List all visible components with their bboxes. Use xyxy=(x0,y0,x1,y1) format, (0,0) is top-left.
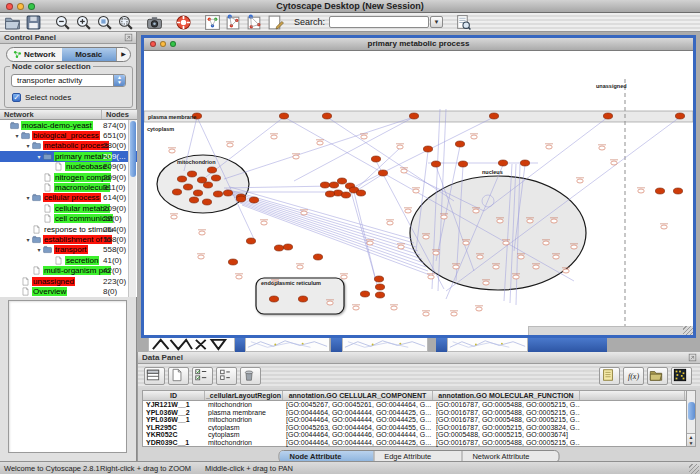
network-canvas[interactable]: plasma membranecytoplasmmitochondrionnuc… xyxy=(144,51,693,335)
table-row[interactable]: YJR121W__1mitochondrion[GO:0045267, GO:0… xyxy=(143,401,687,409)
tree-row-overview[interactable]: Overview8(0) xyxy=(0,286,137,296)
tree-row-transport[interactable]: ▾transport558(0) xyxy=(0,245,137,255)
zoom-button[interactable] xyxy=(28,3,35,10)
table-row[interactable]: YDR039C__1mitochondrion[GO:0044464, GO:0… xyxy=(143,439,687,447)
tree-row-cellular-metabo[interactable]: cellular metabo209(0) xyxy=(0,203,137,213)
search-input[interactable] xyxy=(329,16,429,28)
table-scrollbar-thumb[interactable] xyxy=(688,402,695,420)
float-panel-icon[interactable] xyxy=(124,33,133,42)
expander-arrow-icon[interactable]: ▾ xyxy=(13,132,21,139)
help-lifesaver-icon[interactable] xyxy=(175,14,192,31)
network-window[interactable]: primary metabolic process plasma membran… xyxy=(141,35,696,338)
netwin-minimize-button[interactable] xyxy=(160,41,166,47)
tree-row-count: 264(0) xyxy=(103,225,126,234)
tree-row-metabolic-process[interactable]: ▾metabolic process280(0) xyxy=(0,141,137,151)
tree-row-biological-process[interactable]: ▾biological_process651(0) xyxy=(0,130,137,140)
zoom-out-icon[interactable] xyxy=(54,14,71,31)
zoom-fit-icon[interactable] xyxy=(117,14,134,31)
tree-row-cell-communicat[interactable]: cell communicat22(0) xyxy=(0,214,137,224)
table-header-cell[interactable]: _cellularLayoutRegion xyxy=(205,391,283,400)
table-header-cell[interactable]: annotation.GO MOLECULAR_FUNCTION xyxy=(433,391,580,400)
background-window-edge[interactable] xyxy=(447,338,528,352)
tab-mosaic[interactable]: Mosaic xyxy=(62,48,117,61)
table-scrollbar[interactable]: ▲▼ xyxy=(686,390,696,447)
annotation-pencil-icon[interactable] xyxy=(267,14,284,31)
open-session-icon[interactable] xyxy=(4,14,21,31)
tree-row-response-to-stimulu[interactable]: response to stimulu264(0) xyxy=(0,224,137,234)
table-header-cell[interactable]: ID xyxy=(143,391,205,400)
zoom-in-icon[interactable] xyxy=(75,14,92,31)
snapshot-camera-icon[interactable] xyxy=(146,14,163,31)
background-window-edge[interactable] xyxy=(342,338,428,352)
formula-button[interactable]: f(x) xyxy=(623,367,644,385)
background-window-edge[interactable] xyxy=(235,338,245,352)
zoom-selected-icon[interactable] xyxy=(96,14,113,31)
tree-col-nodes[interactable]: Nodes xyxy=(102,110,129,119)
tree-row-nucleobase-[interactable]: nucleobase-209(0) xyxy=(0,162,137,172)
minimize-button[interactable] xyxy=(17,3,24,10)
table-row[interactable]: YLR295Ccytoplasm[GO:0045263, GO:0044464,… xyxy=(143,424,687,432)
netwin-close-button[interactable] xyxy=(150,41,156,47)
expander-arrow-icon[interactable]: ▾ xyxy=(24,142,32,149)
tree-col-network[interactable]: Network xyxy=(0,110,102,119)
tree-row-nitrogen-compo[interactable]: nitrogen compo209(0) xyxy=(0,172,137,182)
close-button[interactable] xyxy=(6,3,13,10)
window-controls[interactable] xyxy=(6,3,35,10)
table-row[interactable]: YPL036W__1mitochondrion[GO:0044464, GO:0… xyxy=(143,416,687,424)
app-resize-grip-icon[interactable] xyxy=(689,464,699,474)
copy-network-icon[interactable] xyxy=(246,14,263,31)
tree-scrollbar[interactable] xyxy=(128,120,136,297)
tab-network[interactable]: Network xyxy=(7,48,62,61)
expander-arrow-icon[interactable]: ▾ xyxy=(35,153,43,160)
table-row[interactable]: YPL036W__2plasma membrane[GO:0044464, GO… xyxy=(143,409,687,417)
tree-row-label: cellular metabo xyxy=(54,204,110,213)
network-window-titlebar[interactable]: primary metabolic process xyxy=(144,38,693,51)
notes-button[interactable] xyxy=(599,367,620,385)
tree-row-macromolecule[interactable]: macromolecule311(0) xyxy=(0,182,137,192)
delete-attribute-button[interactable] xyxy=(240,367,261,385)
birds-eye-view[interactable] xyxy=(8,300,127,453)
tree-scrollbar-thumb[interactable] xyxy=(130,121,136,177)
matrix-button[interactable] xyxy=(671,367,692,385)
background-window-edge[interactable] xyxy=(528,338,607,352)
select-nodes-checkbox[interactable]: ✓ xyxy=(12,93,21,102)
tree-row-secretion[interactable]: secretion41(0) xyxy=(0,255,137,265)
tree-row-mosaic-demo-yeast[interactable]: mosaic-demo-yeast874(0) xyxy=(0,120,137,130)
attribute-grid-button[interactable] xyxy=(144,367,165,385)
network-tree: mosaic-demo-yeast874(0)▾biological_proce… xyxy=(0,120,137,297)
save-session-icon[interactable] xyxy=(25,14,42,31)
table-header-cell[interactable] xyxy=(580,391,685,400)
delete-attribute-icon xyxy=(242,368,259,385)
background-window-edge[interactable] xyxy=(245,338,330,352)
node-color-dropdown[interactable]: transporter activity ▲▼ xyxy=(11,74,126,87)
table-cell: plasma membrane xyxy=(205,409,283,417)
table-scrollbar-arrows[interactable]: ▲▼ xyxy=(687,433,695,446)
unselect-attributes-button[interactable] xyxy=(216,367,237,385)
expander-arrow-icon[interactable]: ▾ xyxy=(35,246,43,253)
tree-row-cellular-process[interactable]: ▾cellular process614(0) xyxy=(0,193,137,203)
netwin-zoom-button[interactable] xyxy=(170,41,176,47)
vizmapper-icon[interactable] xyxy=(204,14,221,31)
import-attributes-icon[interactable] xyxy=(455,14,472,31)
new-attribute-button[interactable] xyxy=(168,367,189,385)
select-attributes-button[interactable] xyxy=(192,367,213,385)
table-header-cell[interactable]: annotation.GO CELLULAR_COMPONENT xyxy=(283,391,433,400)
resize-grip-icon[interactable] xyxy=(683,326,693,335)
float-data-panel-icon[interactable] xyxy=(688,353,697,362)
tree-row-multi-organism-pro[interactable]: multi-organism pro42(0) xyxy=(0,265,137,275)
table-cell: [GO:0044464, GO:0044444, GO:0044425, G..… xyxy=(283,439,433,447)
expander-arrow-icon[interactable]: ▾ xyxy=(24,236,32,243)
tree-row-establishment-of-lo[interactable]: ▾establishment of lo558(0) xyxy=(0,234,137,244)
first-neighbors-icon[interactable] xyxy=(225,14,242,31)
search-dropdown-arrow[interactable]: ▼ xyxy=(430,16,443,28)
more-tabs-arrow[interactable]: ▶ xyxy=(116,48,130,61)
background-window-edge[interactable] xyxy=(436,338,447,352)
background-window-edge[interactable] xyxy=(331,338,342,352)
tree-row-unassigned[interactable]: unassigned223(0) xyxy=(0,276,137,286)
tree-folder xyxy=(43,245,52,254)
table-row[interactable]: YKR052Ccytoplasm[GO:0044464, GO:0044446,… xyxy=(143,431,687,439)
tree-row-primary-metabo[interactable]: ▾primary metabo209(... xyxy=(0,151,137,161)
open-attributes-button[interactable] xyxy=(647,367,668,385)
background-window-edge[interactable] xyxy=(148,338,235,352)
expander-arrow-icon[interactable]: ▾ xyxy=(24,194,32,201)
